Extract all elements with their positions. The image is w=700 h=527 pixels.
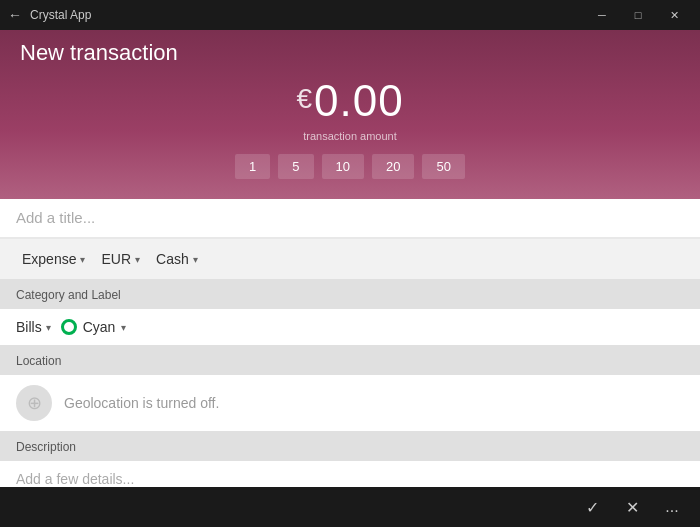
currency-arrow: ▾ (135, 254, 140, 265)
location-section-label: Location (16, 354, 61, 368)
amount-value[interactable]: 0.00 (314, 76, 404, 126)
quick-amount-1[interactable]: 1 (235, 154, 270, 179)
location-text: Geolocation is turned off. (64, 395, 219, 411)
type-selectors: Expense ▾ EUR ▾ Cash ▾ (0, 239, 700, 279)
close-button[interactable]: ✕ (656, 0, 692, 30)
description-row (0, 461, 700, 487)
confirm-button[interactable]: ✓ (572, 487, 612, 527)
transaction-type-dropdown[interactable]: Expense ▾ (16, 247, 91, 271)
transaction-type-label: Expense (22, 251, 76, 267)
more-button[interactable]: ... (652, 487, 692, 527)
content-area: Expense ▾ EUR ▾ Cash ▾ Category and Labe… (0, 199, 700, 487)
window-controls: ─ □ ✕ (584, 0, 692, 30)
category-dropdown[interactable]: Bills ▾ (16, 319, 51, 335)
payment-method-dropdown[interactable]: Cash ▾ (150, 247, 204, 271)
location-icon: ⊕ (27, 392, 42, 414)
label-color-circle (61, 319, 77, 335)
category-row: Bills ▾ Cyan ▾ (0, 309, 700, 345)
quick-amount-20[interactable]: 20 (372, 154, 414, 179)
cancel-button[interactable]: ✕ (612, 487, 652, 527)
location-section-header: Location (0, 345, 700, 375)
bottom-toolbar: ✓ ✕ ... (0, 487, 700, 527)
quick-amount-10[interactable]: 10 (322, 154, 364, 179)
currency-dropdown[interactable]: EUR ▾ (95, 247, 146, 271)
amount-display: € 0.00 (296, 76, 403, 126)
app-name: Crystal App (30, 8, 91, 22)
category-arrow: ▾ (46, 322, 51, 333)
description-input[interactable] (16, 471, 684, 487)
label-arrow: ▾ (121, 322, 126, 333)
description-section-header: Description (0, 431, 700, 461)
transaction-amount-label: transaction amount (303, 130, 397, 142)
label-dropdown[interactable]: Cyan ▾ (61, 319, 127, 335)
payment-method-arrow: ▾ (193, 254, 198, 265)
back-button[interactable]: ← (8, 7, 22, 23)
category-label: Bills (16, 319, 42, 335)
title-bar-left: ← Crystal App (8, 7, 91, 23)
transaction-type-arrow: ▾ (80, 254, 85, 265)
title-bar: ← Crystal App ─ □ ✕ (0, 0, 700, 30)
location-row: ⊕ Geolocation is turned off. (0, 375, 700, 431)
minimize-button[interactable]: ─ (584, 0, 620, 30)
description-section-label: Description (16, 440, 76, 454)
currency-label: EUR (101, 251, 131, 267)
title-input[interactable] (16, 209, 684, 226)
category-section-label: Category and Label (16, 288, 121, 302)
maximize-button[interactable]: □ (620, 0, 656, 30)
label-name: Cyan (83, 319, 116, 335)
location-avatar: ⊕ (16, 385, 52, 421)
quick-amount-50[interactable]: 50 (422, 154, 464, 179)
header-area: New transaction € 0.00 transaction amoun… (0, 30, 700, 199)
currency-symbol: € (296, 83, 312, 115)
quick-amount-5[interactable]: 5 (278, 154, 313, 179)
category-section-header: Category and Label (0, 279, 700, 309)
quick-amounts: 1 5 10 20 50 (235, 154, 465, 179)
payment-method-label: Cash (156, 251, 189, 267)
page-title: New transaction (20, 40, 178, 66)
title-section (0, 199, 700, 238)
